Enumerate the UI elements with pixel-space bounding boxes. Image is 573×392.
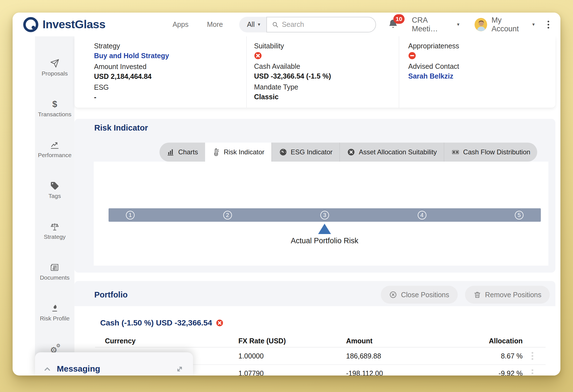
sidebar-item-risk-profile[interactable]: Risk Profile xyxy=(35,304,74,324)
field-amount-invested: Amount Invested USD 2,184,464.84 xyxy=(94,63,246,81)
messaging-dock[interactable]: Messaging xyxy=(35,352,193,376)
tab-charts[interactable]: Charts xyxy=(159,143,205,162)
search-scope-value: All xyxy=(247,20,255,29)
search-box xyxy=(266,17,376,32)
cash-group-heading: Cash (-1.50 %) USD -32,366.54 xyxy=(100,318,555,327)
sidebar-item-tags[interactable]: Tags xyxy=(35,181,74,202)
brand[interactable]: InvestGlass xyxy=(23,17,105,32)
notifications-button[interactable]: 10 xyxy=(388,19,398,30)
sidebar-item-label: Risk Profile xyxy=(40,315,69,322)
sidebar-item-label: Strategy xyxy=(44,233,65,240)
sidebar-item-performance[interactable]: Performance xyxy=(35,140,74,161)
risk-tabs: Charts Risk Indicator ESG Indicator xyxy=(159,143,537,162)
kebab-icon xyxy=(548,21,549,22)
expand-icon[interactable] xyxy=(175,365,184,374)
nav-apps[interactable]: Apps xyxy=(173,20,189,29)
sidebar-item-transactions[interactable]: $ Transactions xyxy=(35,100,74,120)
sidebar-item-strategy[interactable]: Strategy xyxy=(35,222,74,243)
field-strategy: Strategy Buy and Hold Strategy xyxy=(94,42,246,60)
risk-tab-panel: 1 2 3 4 5 Actual Portfolio Risk xyxy=(94,162,548,266)
tab-label: Cash Flow Distribution xyxy=(463,148,530,156)
field-value: - xyxy=(94,93,246,101)
col-fx-rate: FX Rate (USD) xyxy=(238,337,346,345)
risk-scale-bar[interactable]: 1 2 3 4 5 xyxy=(109,208,541,222)
risk-indicator-section: Risk Indicator 1 2 3 4 5 Actual Portfoli… xyxy=(74,119,555,273)
sidebar-item-label: Proposals xyxy=(42,70,68,77)
field-label: Appropriateness xyxy=(408,42,555,50)
ink-icon xyxy=(50,304,59,313)
context-selector[interactable]: CRA Meeti… ▾ xyxy=(412,16,459,33)
app-window: InvestGlass Apps More All ▾ 10 xyxy=(13,13,560,376)
tag-icon xyxy=(50,181,59,190)
tab-cash-flow-distribution[interactable]: Cash Flow Distribution xyxy=(444,143,537,162)
risk-pointer-label: Actual Portfolio Risk xyxy=(291,237,358,245)
risk-level-2: 2 xyxy=(223,211,232,219)
field-value: USD -32,366.54 (-1.5 %) xyxy=(254,72,399,80)
blocked-circle-minus-icon xyxy=(408,52,416,60)
chevron-up-icon[interactable] xyxy=(43,365,52,374)
context-label: CRA Meeti… xyxy=(412,16,453,33)
sidebar-item-proposals[interactable]: Proposals xyxy=(35,59,74,79)
account-menu[interactable]: My Account ▾ xyxy=(475,16,535,33)
tab-label: Charts xyxy=(178,148,198,156)
tab-label: Risk Indicator xyxy=(224,148,264,156)
thermometer-icon xyxy=(212,148,220,156)
sidebar-item-label: Documents xyxy=(40,274,69,281)
cell-amount: -198,112.00 xyxy=(346,369,478,376)
advised-contact-link[interactable]: Sarah Belkziz xyxy=(408,72,555,80)
strategy-link[interactable]: Buy and Hold Strategy xyxy=(94,52,246,60)
portfolio-header: Portfolio Close Positions Remove Positio… xyxy=(74,281,555,306)
field-value: Classic xyxy=(254,93,399,101)
field-label: Advised Contact xyxy=(408,62,555,70)
tab-asset-allocation-suitability[interactable]: Asset Allocation Suitability xyxy=(339,143,444,162)
nav-more[interactable]: More xyxy=(207,20,223,29)
tab-esg-indicator[interactable]: ESG Indicator xyxy=(271,143,339,162)
field-esg: ESG - xyxy=(94,83,246,101)
close-positions-button[interactable]: Close Positions xyxy=(381,286,457,304)
global-search: All ▾ xyxy=(239,17,376,32)
cell-allocation: -9.92 % xyxy=(478,369,523,376)
cell-allocation: 8.67 % xyxy=(478,352,523,360)
remove-positions-button[interactable]: Remove Positions xyxy=(465,286,550,304)
tab-label: ESG Indicator xyxy=(291,148,332,156)
chevron-down-icon: ▾ xyxy=(532,22,535,27)
newspaper-icon xyxy=(50,263,59,272)
field-label: Mandate Type xyxy=(254,83,399,91)
search-input[interactable] xyxy=(282,20,370,29)
tab-label: Asset Allocation Suitability xyxy=(359,148,437,156)
table-header-row: Currency FX Rate (USD) Amount Allocation xyxy=(95,335,546,348)
col-amount: Amount xyxy=(346,337,478,345)
trash-icon xyxy=(473,291,481,299)
field-advised-contact: Advised Contact Sarah Belkziz xyxy=(408,62,555,80)
investglass-logo-icon xyxy=(23,17,38,32)
portfolio-summary-card: Strategy Buy and Hold Strategy Amount In… xyxy=(74,36,555,108)
avatar xyxy=(475,18,487,31)
col-allocation: Allocation xyxy=(478,337,523,345)
tab-risk-indicator[interactable]: Risk Indicator xyxy=(205,143,271,162)
search-scope-select[interactable]: All ▾ xyxy=(239,17,266,32)
risk-level-3: 3 xyxy=(320,211,329,219)
sidebar-item-label: Transactions xyxy=(38,111,71,118)
notification-badge: 10 xyxy=(393,14,405,24)
row-menu-button[interactable] xyxy=(532,369,533,376)
cash-group-label: Cash (-1.50 %) USD -32,366.54 xyxy=(100,318,212,327)
top-navigation-bar: InvestGlass Apps More All ▾ 10 xyxy=(13,13,560,36)
overflow-menu-button[interactable] xyxy=(548,21,549,29)
field-label: Cash Available xyxy=(254,62,399,70)
search-icon xyxy=(272,21,278,28)
chevron-down-icon: ▾ xyxy=(258,22,260,27)
brand-name: InvestGlass xyxy=(43,18,105,31)
scales-icon xyxy=(50,222,59,231)
field-cash-available: Cash Available USD -32,366.54 (-1.5 %) xyxy=(254,62,399,80)
sidebar-item-documents[interactable]: Documents xyxy=(35,263,74,284)
field-suitability: Suitability xyxy=(254,42,399,60)
field-label: Amount Invested xyxy=(94,63,246,71)
account-label: My Account xyxy=(492,16,528,33)
sidebar-item-label: Tags xyxy=(48,193,61,199)
chevron-down-icon: ▾ xyxy=(457,22,460,27)
cell-fx-rate: 1.07790 xyxy=(238,369,346,376)
row-menu-button[interactable] xyxy=(532,352,533,360)
sidebar-item-label: Performance xyxy=(38,152,71,159)
error-circle-x-icon xyxy=(216,319,223,327)
cell-fx-rate: 1.00000 xyxy=(238,352,346,360)
